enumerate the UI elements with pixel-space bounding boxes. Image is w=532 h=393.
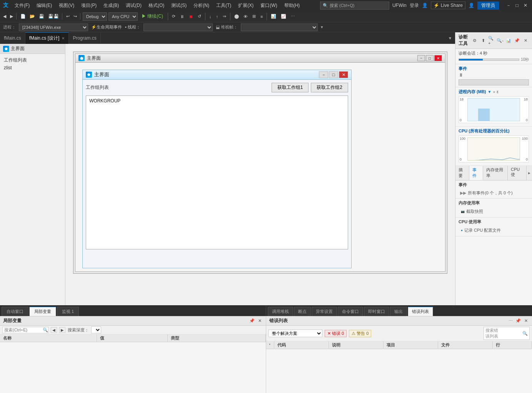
continue-button[interactable]: ▶ 继续(C) (139, 12, 165, 20)
step-into-button[interactable]: ↓ (208, 13, 213, 20)
bottom-tab-watch[interactable]: 监视 1 (57, 307, 79, 316)
save-button[interactable]: 💾 (37, 13, 46, 20)
admin-button[interactable]: 管理员 (477, 2, 499, 10)
debug-tab-callstack[interactable]: 调用堆栈 (268, 307, 293, 316)
record-cpu-btn[interactable]: ● 记录 CPU 配置文件 (459, 226, 529, 234)
login-button[interactable]: 登录 (410, 2, 419, 9)
forward-button[interactable]: ▶ (8, 13, 15, 20)
debug-tab-exceptions[interactable]: 异常设置 (312, 307, 337, 316)
locals-pin-icon[interactable]: 📌 (249, 318, 255, 324)
maximize-button[interactable]: □ (514, 2, 520, 9)
diag-close-icon[interactable]: ✕ (522, 37, 529, 44)
close-button[interactable]: ✕ (522, 2, 529, 9)
back-button[interactable]: ◀ (2, 13, 8, 20)
locals-search-box[interactable]: 🔍 (2, 327, 48, 333)
bottom-tab-auto[interactable]: 自动窗口 (2, 307, 28, 316)
pause-button[interactable]: ⏸ (178, 13, 186, 20)
menu-format[interactable]: 格式(O) (145, 2, 167, 10)
snapshot-btn[interactable]: 📷 截取快照 (459, 207, 529, 216)
more-button[interactable]: ⋯ (289, 13, 297, 20)
diag-zoom-in-icon[interactable]: 🔍+ (488, 37, 495, 44)
menu-edit[interactable]: 编辑(E) (33, 2, 55, 10)
diag-chart-icon[interactable]: 📊 (505, 37, 512, 44)
menu-help[interactable]: 帮助(H) (281, 2, 303, 10)
diag-tab-nav[interactable]: ► (527, 166, 532, 180)
disassembly-button[interactable]: ≡ (259, 13, 264, 20)
breakpoint-button[interactable]: ⬤ (233, 13, 240, 20)
stack-select[interactable] (241, 23, 318, 31)
liveshare-button[interactable]: ⚡ Live Share (431, 2, 465, 9)
errors-close-icon[interactable]: ✕ (523, 318, 529, 324)
locals-close-icon[interactable]: ✕ (257, 318, 263, 324)
perf-button[interactable]: 📊 (269, 13, 278, 20)
diag-pin-icon[interactable]: 📌 (514, 37, 520, 44)
save-all-button[interactable]: 💾💾 (47, 13, 60, 20)
errors-more-icon[interactable]: ⋯ (507, 318, 514, 324)
all-events-item[interactable]: ▶▶ 所有事件(0 个，共 0 个) (459, 189, 529, 197)
cpu-select[interactable]: Any CPU (108, 12, 138, 21)
locals-nav-back[interactable]: ◀ (51, 327, 57, 333)
warn-count-button[interactable]: ⚠ 警告 0 (349, 330, 371, 337)
designed-form-min-btn[interactable]: － (417, 55, 425, 61)
solution-select[interactable]: 整个解决方案 (269, 329, 322, 337)
menu-debug[interactable]: 调试(D) (123, 2, 145, 10)
inner-form-listbox[interactable]: WORKGROUP (86, 95, 348, 249)
errors-pin-icon[interactable]: 📌 (515, 318, 521, 324)
error-search-input[interactable] (499, 331, 522, 336)
watch-button[interactable]: 👁 (242, 13, 249, 20)
step-out-button[interactable]: ↑ (215, 13, 220, 20)
step-over-button[interactable]: ⟳ (170, 13, 177, 20)
debug-tab-command[interactable]: 命令窗口 (338, 307, 363, 316)
debug-tab-output[interactable]: 输出 (390, 307, 407, 316)
perf2-button[interactable]: 📈 (279, 13, 288, 20)
diag-export-icon[interactable]: ⬆ (480, 37, 487, 44)
locals-nav-forward[interactable]: ▶ (59, 327, 65, 333)
debug-tab-errors[interactable]: 错误列表 (408, 307, 433, 316)
tab-fmain-design-close[interactable]: ✕ (62, 36, 65, 40)
depth-select[interactable] (91, 326, 101, 333)
tab-fmain-design[interactable]: fMain.cs [设计] ✕ (25, 32, 69, 44)
bottom-tab-locals[interactable]: 局部变量 (29, 307, 56, 316)
menu-window[interactable]: 窗口(W) (257, 2, 280, 10)
diag-settings-icon[interactable]: ⚙ (471, 37, 478, 44)
memory-button[interactable]: ⊞ (251, 13, 257, 20)
menu-analyze[interactable]: 分析(N) (190, 2, 212, 10)
debug-tab-breakpoints[interactable]: 断点 (294, 307, 311, 316)
diag-tab-cpu[interactable]: CPU 使 (508, 166, 527, 180)
locals-search-input[interactable] (4, 328, 43, 332)
inner-form-min-btn[interactable]: － (319, 71, 328, 78)
diag-tab-events[interactable]: 事件 (469, 166, 483, 180)
process-select[interactable]: [234348] UFWin.exe (19, 23, 88, 31)
debug-tab-immediate[interactable]: 即时窗口 (364, 307, 389, 316)
stop-button[interactable]: ⏹ (187, 13, 195, 20)
tab-dropdown-icon[interactable]: ▾ (448, 35, 452, 42)
get-workgroup2-button[interactable]: 获取工作组2 (311, 83, 348, 92)
inner-form-close-btn[interactable]: ✕ (339, 71, 348, 78)
diag-tab-memory[interactable]: 内存使用率 (483, 166, 508, 180)
get-workgroup1-button[interactable]: 获取工作组1 (272, 83, 309, 92)
diag-zoom-out-icon[interactable]: 🔍- (497, 37, 504, 44)
inner-form-max-btn[interactable]: □ (329, 71, 338, 78)
settings-icon[interactable]: 👤 (469, 3, 474, 8)
title-search-box[interactable]: 🔍 搜索 (Ctrl+Q) (320, 2, 389, 10)
tab-program[interactable]: Program.cs (69, 32, 100, 44)
undo-button[interactable]: ↩ (65, 13, 71, 20)
menu-project[interactable]: 项目(P) (78, 2, 100, 10)
menu-file[interactable]: 文件(F) (12, 2, 33, 10)
open-button[interactable]: 📂 (28, 13, 37, 20)
thread-select[interactable] (143, 23, 213, 31)
designed-form-close-btn[interactable]: ✕ (434, 55, 442, 61)
tab-fmain[interactable]: fMain.cs (0, 32, 25, 44)
new-button[interactable]: 📄 (19, 13, 27, 20)
error-search-box[interactable]: 搜索错误列表 🔍 (484, 327, 530, 340)
diag-tab-summary[interactable]: 摘要 (455, 166, 469, 180)
menu-tools[interactable]: 工具(T) (213, 2, 234, 10)
minimize-button[interactable]: － (505, 2, 512, 9)
step-over2-button[interactable]: ⇒ (221, 13, 228, 20)
designed-form-max-btn[interactable]: □ (426, 55, 434, 61)
debug-mode-select[interactable]: Debug (83, 12, 107, 21)
redo-button[interactable]: ↪ (72, 13, 78, 20)
menu-extend[interactable]: 扩展(X) (235, 2, 257, 10)
error-count-button[interactable]: ✕ 错误 0 (325, 330, 347, 337)
menu-view[interactable]: 视图(V) (56, 2, 77, 10)
